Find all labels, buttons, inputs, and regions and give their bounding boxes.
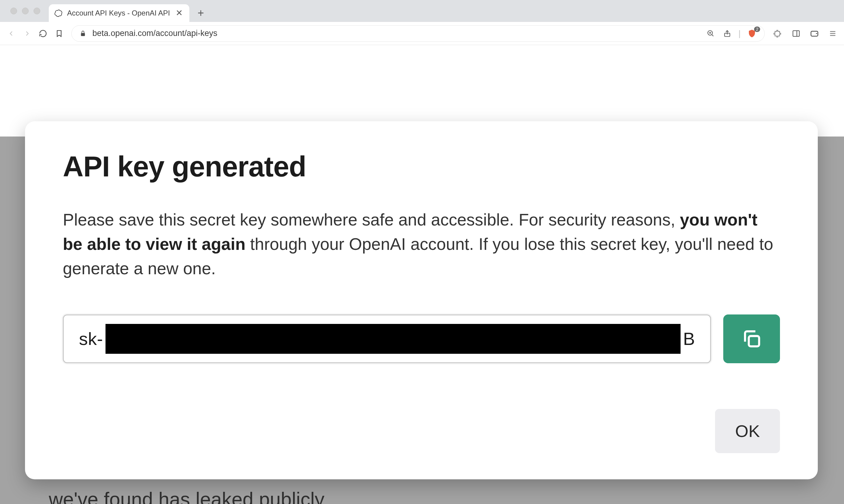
svg-rect-3 <box>793 31 799 36</box>
openai-favicon <box>54 9 63 17</box>
reload-button[interactable] <box>38 28 48 39</box>
page-content: we've found has leaked publicly. API key… <box>0 45 844 504</box>
brave-shield-icon[interactable]: 2 <box>747 28 757 39</box>
svg-rect-5 <box>749 336 759 346</box>
modal-desc-before: Please save this secret key somewhere sa… <box>63 210 680 229</box>
window-zoom-button[interactable] <box>34 7 40 14</box>
wallet-icon[interactable] <box>809 28 820 39</box>
modal-description: Please save this secret key somewhere sa… <box>63 208 780 281</box>
lock-icon <box>79 30 87 37</box>
api-key-prefix: sk- <box>79 328 103 349</box>
copy-button[interactable] <box>723 314 780 363</box>
svg-rect-0 <box>81 33 85 36</box>
api-key-suffix: B <box>683 328 695 349</box>
api-key-row: sk- B <box>63 314 780 363</box>
toolbar: beta.openai.com/account/api-keys | 2 <box>0 22 844 45</box>
api-key-modal: API key generated Please save this secre… <box>25 121 818 479</box>
tab-close-button[interactable]: ✕ <box>174 9 184 17</box>
bookmark-button[interactable] <box>54 28 65 39</box>
share-icon[interactable] <box>722 28 733 39</box>
zoom-icon[interactable] <box>706 28 716 39</box>
api-key-field[interactable]: sk- B <box>63 314 711 363</box>
background-page-text: we've found has leaked publicly. <box>49 488 329 504</box>
window-minimize-button[interactable] <box>22 7 29 14</box>
copy-icon <box>740 328 763 350</box>
tab-bar: Account API Keys - OpenAI API ✕ + <box>0 0 844 22</box>
toolbar-separator: | <box>739 29 741 38</box>
window-close-button[interactable] <box>11 7 17 14</box>
url-text: beta.openai.com/account/api-keys <box>92 29 700 38</box>
shield-badge-count: 2 <box>754 26 760 32</box>
address-bar[interactable]: beta.openai.com/account/api-keys | 2 <box>71 25 765 42</box>
window-controls <box>5 0 48 22</box>
menu-icon[interactable] <box>828 28 838 39</box>
sidepanel-icon[interactable] <box>791 28 801 39</box>
back-button[interactable] <box>6 28 16 39</box>
api-key-redacted <box>105 324 681 354</box>
new-tab-button[interactable]: + <box>193 5 209 21</box>
extensions-icon[interactable] <box>773 28 783 39</box>
tab-title: Account API Keys - OpenAI API <box>67 9 170 17</box>
modal-title: API key generated <box>63 152 780 182</box>
modal-footer: OK <box>63 409 780 453</box>
browser-tab[interactable]: Account API Keys - OpenAI API ✕ <box>49 4 189 22</box>
ok-button[interactable]: OK <box>715 409 780 453</box>
forward-button[interactable] <box>22 28 32 39</box>
browser-chrome: Account API Keys - OpenAI API ✕ + beta.o… <box>0 0 844 45</box>
